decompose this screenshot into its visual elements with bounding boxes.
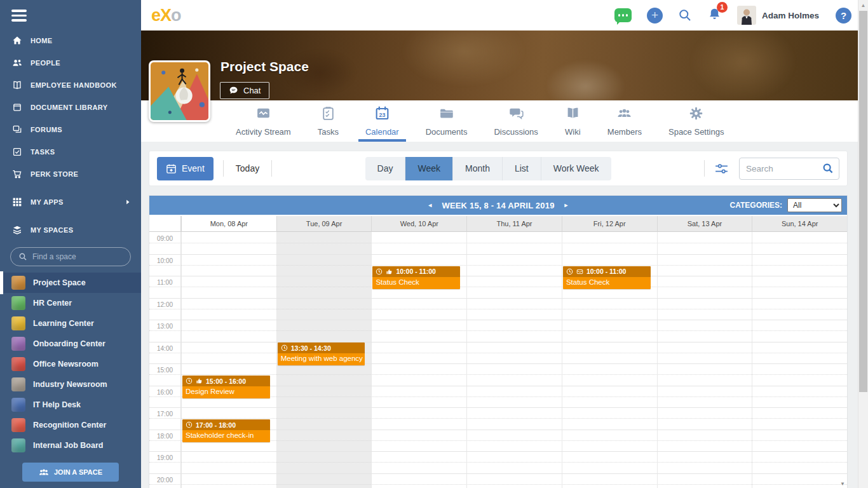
calendar-search-input[interactable] (746, 164, 822, 173)
cart-icon (11, 169, 22, 180)
sidebar-space-item[interactable]: IT Help Desk (0, 395, 141, 415)
search-icon[interactable] (822, 163, 834, 174)
tasks-icon (11, 147, 22, 158)
sidebar-item-label: PERK STORE (31, 170, 78, 178)
sidebar-item-tasks[interactable]: TASKS (0, 141, 141, 163)
scrollbar-thumb[interactable] (859, 11, 867, 392)
calendar-event[interactable]: 10:00 - 11:00Status Check (372, 266, 460, 289)
tab-wiki[interactable]: Wiki (552, 100, 594, 142)
help-icon[interactable]: ? (836, 8, 851, 24)
calendar-event[interactable]: 15:00 - 16:00Design Review (182, 376, 270, 398)
plus-icon[interactable]: + (647, 8, 663, 24)
space-banner-image: Project Space Chat (141, 30, 858, 100)
calendar-event[interactable]: 13:30 - 14:30Meeting with web agency (278, 342, 365, 365)
calendar-card: ◄ WEEK 15, 8 - 14 APRIL 2019 ► CATEGORIE… (149, 195, 848, 488)
sidebar-item-home[interactable]: HOME (0, 30, 141, 52)
scrollbar-up-arrow[interactable]: ▲ (858, 0, 868, 10)
sidebar-space-item[interactable]: Office Newsroom (0, 354, 141, 374)
event-title: Design Review (182, 386, 270, 398)
sidebar-item-employee-handbook[interactable]: EMPLOYEE HANDBOOK (0, 74, 141, 97)
space-icon (11, 377, 25, 391)
user-menu[interactable]: Adam Holmes (737, 6, 819, 25)
view-button-list[interactable]: List (503, 157, 541, 180)
clipboard-icon (320, 105, 336, 124)
sidebar-item-people[interactable]: PEOPLE (0, 52, 141, 74)
tab-calendar[interactable]: 23Calendar (352, 100, 412, 142)
clock-icon (281, 344, 288, 351)
day-column[interactable] (466, 232, 562, 488)
previous-week-arrow[interactable]: ◄ (427, 202, 433, 208)
sidebar-space-item[interactable]: Internal Job Board (0, 435, 141, 456)
hamburger-menu-icon[interactable] (11, 10, 27, 22)
day-header-cell[interactable]: Tue, 09 Apr (276, 216, 372, 232)
find-space-search[interactable] (10, 247, 131, 266)
day-column[interactable]: 10:00 - 11:00Status Check (371, 232, 466, 488)
day-column[interactable] (752, 232, 847, 488)
event-time-range: 13:30 - 14:30 (291, 344, 331, 352)
view-button-week[interactable]: Week (405, 157, 453, 180)
sidebar-space-item[interactable]: Industry Newsroom (0, 374, 141, 395)
space-item-label: Industry Newsroom (33, 380, 107, 389)
sidebar-item-perk-store[interactable]: PERK STORE (0, 163, 141, 186)
filter-sliders-icon[interactable] (714, 161, 729, 176)
today-button[interactable]: Today (233, 163, 262, 173)
categories-select[interactable]: All (787, 198, 842, 212)
sidebar-item-label: MY SPACES (31, 226, 73, 234)
sidebar-item-forums[interactable]: FORUMS (0, 119, 141, 141)
calendar-toolbar: Event Today DayWeekMonthListWork Week (149, 151, 848, 186)
find-space-input[interactable] (32, 252, 123, 261)
sidebar-item-my-spaces[interactable]: MY SPACES (0, 219, 141, 241)
day-header-cell[interactable]: Thu, 11 Apr (466, 216, 562, 232)
event-time-range: 10:00 - 11:00 (587, 268, 626, 275)
event-time-header: 13:30 - 14:30 (278, 342, 365, 353)
page-scrollbar[interactable]: ▲ (858, 0, 868, 488)
sidebar-space-item[interactable]: Learning Center (0, 313, 141, 334)
space-chat-button[interactable]: Chat (220, 82, 269, 99)
view-button-month[interactable]: Month (453, 157, 503, 180)
tab-space-settings[interactable]: Space Settings (655, 100, 737, 142)
space-icon (11, 438, 25, 452)
day-column[interactable]: 13:30 - 14:30Meeting with web agency (276, 232, 372, 488)
add-event-button[interactable]: Event (157, 157, 214, 180)
sidebar-space-item[interactable]: Project Space (0, 273, 141, 293)
space-avatar[interactable] (149, 60, 210, 122)
tab-tasks[interactable]: Tasks (304, 100, 352, 142)
search-icon[interactable] (678, 8, 692, 22)
sidebar-space-item[interactable]: Onboarding Center (0, 334, 141, 354)
sidebar-item-document-library[interactable]: DOCUMENT LIBRARY (0, 97, 141, 119)
day-column[interactable]: 10:00 - 11:00Status Check (562, 232, 657, 488)
day-header-cell[interactable]: Wed, 10 Apr (371, 216, 466, 232)
sidebar-item-my-apps[interactable]: MY APPS (0, 191, 141, 214)
calendar-event[interactable]: 17:00 - 18:00Stakeholder check-in (182, 419, 270, 442)
chat-icon[interactable] (614, 8, 632, 22)
tab-documents[interactable]: Documents (412, 100, 481, 142)
view-button-work-week[interactable]: Work Week (541, 157, 611, 180)
scroll-down-icon[interactable]: ▼ (840, 481, 845, 487)
day-header-cell[interactable]: Sun, 14 Apr (752, 216, 847, 232)
time-label: 20:00 (149, 477, 180, 484)
view-button-day[interactable]: Day (365, 157, 406, 180)
calendar-event[interactable]: 10:00 - 11:00Status Check (563, 266, 651, 289)
exo-logo[interactable]: eXo (151, 6, 181, 25)
tab-activity-stream[interactable]: Activity Stream (222, 100, 304, 142)
space-item-label: Onboarding Center (33, 339, 105, 348)
tab-label: Tasks (318, 127, 339, 137)
tab-members[interactable]: Members (594, 100, 655, 142)
join-a-space-button[interactable]: JOIN A SPACE (22, 463, 119, 482)
sidebar-item-label: FORUMS (31, 126, 62, 133)
day-column[interactable]: 15:00 - 16:00Design Review17:00 - 18:00S… (181, 232, 276, 488)
space-item-label: HR Center (33, 299, 72, 308)
divider (271, 160, 272, 177)
next-week-arrow[interactable]: ► (564, 202, 569, 208)
day-header-cell[interactable]: Sat, 13 Apr (657, 216, 752, 232)
notifications-bell-icon[interactable]: 1 (707, 7, 722, 24)
day-header-cell[interactable]: Fri, 12 Apr (562, 216, 657, 232)
tab-label: Wiki (565, 127, 581, 137)
like-icon (196, 377, 203, 384)
day-column[interactable] (657, 232, 752, 488)
sidebar-space-item[interactable]: HR Center (0, 293, 141, 313)
tab-label: Activity Stream (236, 127, 291, 137)
day-header-cell[interactable]: Mon, 08 Apr (181, 216, 276, 232)
tab-discussions[interactable]: Discussions (480, 100, 551, 142)
sidebar-space-item[interactable]: Recognition Center (0, 415, 141, 435)
